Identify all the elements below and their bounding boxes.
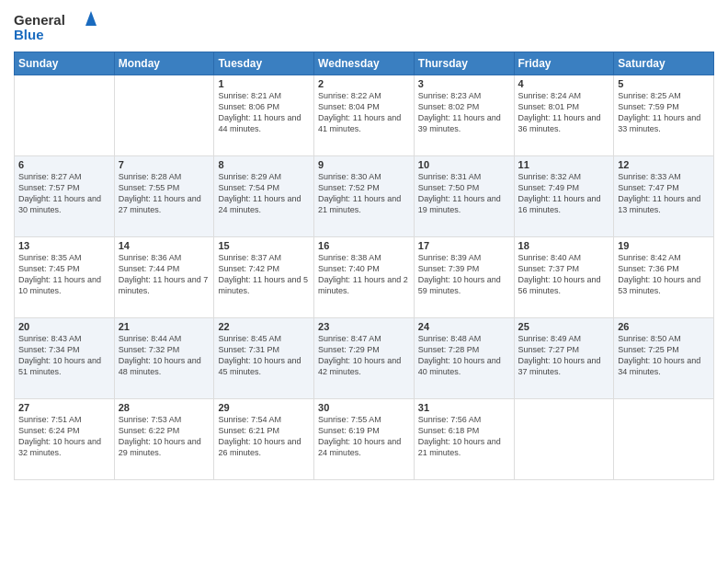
calendar-cell: 3Sunrise: 8:23 AMSunset: 8:02 PMDaylight… bbox=[414, 75, 514, 156]
day-info: Sunrise: 8:49 AMSunset: 7:27 PMDaylight:… bbox=[518, 333, 610, 378]
day-number: 7 bbox=[119, 159, 210, 170]
day-info: Sunrise: 8:43 AMSunset: 7:34 PMDaylight:… bbox=[18, 333, 110, 378]
day-info: Sunrise: 8:48 AMSunset: 7:28 PMDaylight:… bbox=[418, 333, 510, 378]
calendar-cell: 9Sunrise: 8:30 AMSunset: 7:52 PMDaylight… bbox=[314, 156, 415, 237]
day-header-saturday: Saturday bbox=[614, 52, 714, 75]
day-number: 9 bbox=[318, 159, 410, 170]
day-number: 8 bbox=[218, 159, 310, 170]
day-info: Sunrise: 8:45 AMSunset: 7:31 PMDaylight:… bbox=[218, 333, 310, 378]
logo: General Blue bbox=[14, 9, 97, 46]
day-info: Sunrise: 8:35 AMSunset: 7:45 PMDaylight:… bbox=[18, 252, 110, 297]
calendar-cell: 7Sunrise: 8:28 AMSunset: 7:55 PMDaylight… bbox=[114, 156, 214, 237]
calendar-cell: 12Sunrise: 8:33 AMSunset: 7:47 PMDayligh… bbox=[614, 156, 714, 237]
day-header-friday: Friday bbox=[514, 52, 614, 75]
day-info: Sunrise: 8:37 AMSunset: 7:42 PMDaylight:… bbox=[218, 252, 310, 297]
calendar-week-row: 13Sunrise: 8:35 AMSunset: 7:45 PMDayligh… bbox=[15, 237, 714, 318]
calendar-week-row: 20Sunrise: 8:43 AMSunset: 7:34 PMDayligh… bbox=[15, 318, 714, 399]
calendar-cell: 11Sunrise: 8:32 AMSunset: 7:49 PMDayligh… bbox=[514, 156, 614, 237]
calendar-cell: 27Sunrise: 7:51 AMSunset: 6:24 PMDayligh… bbox=[15, 399, 115, 480]
day-number: 11 bbox=[518, 159, 610, 170]
day-info: Sunrise: 8:32 AMSunset: 7:49 PMDaylight:… bbox=[518, 171, 610, 216]
day-number: 16 bbox=[318, 240, 410, 251]
day-number: 12 bbox=[618, 159, 710, 170]
calendar-header-row: SundayMondayTuesdayWednesdayThursdayFrid… bbox=[15, 52, 714, 75]
day-info: Sunrise: 8:21 AMSunset: 8:06 PMDaylight:… bbox=[218, 90, 310, 135]
calendar-table: SundayMondayTuesdayWednesdayThursdayFrid… bbox=[14, 52, 714, 480]
calendar-cell: 20Sunrise: 8:43 AMSunset: 7:34 PMDayligh… bbox=[15, 318, 115, 399]
calendar-cell: 29Sunrise: 7:54 AMSunset: 6:21 PMDayligh… bbox=[214, 399, 314, 480]
day-number: 28 bbox=[119, 402, 210, 413]
day-info: Sunrise: 8:31 AMSunset: 7:50 PMDaylight:… bbox=[418, 171, 510, 216]
calendar-cell: 26Sunrise: 8:50 AMSunset: 7:25 PMDayligh… bbox=[614, 318, 714, 399]
day-info: Sunrise: 7:51 AMSunset: 6:24 PMDaylight:… bbox=[18, 414, 110, 459]
day-number: 30 bbox=[318, 402, 410, 413]
day-info: Sunrise: 7:56 AMSunset: 6:18 PMDaylight:… bbox=[418, 414, 510, 459]
page: General Blue SundayMondayTuesdayWednesda… bbox=[0, 0, 728, 563]
day-info: Sunrise: 8:42 AMSunset: 7:36 PMDaylight:… bbox=[618, 252, 710, 297]
day-info: Sunrise: 8:29 AMSunset: 7:54 PMDaylight:… bbox=[218, 171, 310, 216]
calendar-cell: 21Sunrise: 8:44 AMSunset: 7:32 PMDayligh… bbox=[114, 318, 214, 399]
day-number: 27 bbox=[18, 402, 110, 413]
day-info: Sunrise: 8:36 AMSunset: 7:44 PMDaylight:… bbox=[119, 252, 210, 297]
calendar-cell: 19Sunrise: 8:42 AMSunset: 7:36 PMDayligh… bbox=[614, 237, 714, 318]
day-info: Sunrise: 8:28 AMSunset: 7:55 PMDaylight:… bbox=[119, 171, 210, 216]
day-number: 15 bbox=[218, 240, 310, 251]
calendar-week-row: 6Sunrise: 8:27 AMSunset: 7:57 PMDaylight… bbox=[15, 156, 714, 237]
day-header-monday: Monday bbox=[114, 52, 214, 75]
day-number: 17 bbox=[418, 240, 510, 251]
calendar-cell bbox=[614, 399, 714, 480]
calendar-cell: 8Sunrise: 8:29 AMSunset: 7:54 PMDaylight… bbox=[214, 156, 314, 237]
calendar-cell: 15Sunrise: 8:37 AMSunset: 7:42 PMDayligh… bbox=[214, 237, 314, 318]
day-number: 24 bbox=[418, 321, 510, 332]
day-number: 19 bbox=[618, 240, 710, 251]
day-number: 23 bbox=[318, 321, 410, 332]
calendar-week-row: 1Sunrise: 8:21 AMSunset: 8:06 PMDaylight… bbox=[15, 75, 714, 156]
calendar-week-row: 27Sunrise: 7:51 AMSunset: 6:24 PMDayligh… bbox=[15, 399, 714, 480]
day-number: 26 bbox=[618, 321, 710, 332]
day-number: 25 bbox=[518, 321, 610, 332]
calendar-cell: 14Sunrise: 8:36 AMSunset: 7:44 PMDayligh… bbox=[114, 237, 214, 318]
calendar-cell: 17Sunrise: 8:39 AMSunset: 7:39 PMDayligh… bbox=[414, 237, 514, 318]
day-number: 2 bbox=[318, 78, 410, 89]
day-number: 22 bbox=[218, 321, 310, 332]
svg-text:Blue: Blue bbox=[14, 27, 44, 42]
day-number: 31 bbox=[418, 402, 510, 413]
calendar-cell: 25Sunrise: 8:49 AMSunset: 7:27 PMDayligh… bbox=[514, 318, 614, 399]
day-info: Sunrise: 7:53 AMSunset: 6:22 PMDaylight:… bbox=[119, 414, 210, 459]
calendar-cell: 22Sunrise: 8:45 AMSunset: 7:31 PMDayligh… bbox=[214, 318, 314, 399]
day-header-wednesday: Wednesday bbox=[314, 52, 415, 75]
logo-svg: General Blue bbox=[14, 9, 97, 46]
day-info: Sunrise: 7:55 AMSunset: 6:19 PMDaylight:… bbox=[318, 414, 410, 459]
day-number: 3 bbox=[418, 78, 510, 89]
calendar-cell bbox=[15, 75, 115, 156]
day-info: Sunrise: 8:39 AMSunset: 7:39 PMDaylight:… bbox=[418, 252, 510, 297]
day-number: 5 bbox=[618, 78, 710, 89]
day-number: 18 bbox=[518, 240, 610, 251]
day-number: 21 bbox=[119, 321, 210, 332]
day-number: 4 bbox=[518, 78, 610, 89]
calendar-cell: 24Sunrise: 8:48 AMSunset: 7:28 PMDayligh… bbox=[414, 318, 514, 399]
day-info: Sunrise: 8:25 AMSunset: 7:59 PMDaylight:… bbox=[618, 90, 710, 135]
day-header-sunday: Sunday bbox=[15, 52, 115, 75]
day-info: Sunrise: 8:30 AMSunset: 7:52 PMDaylight:… bbox=[318, 171, 410, 216]
day-number: 13 bbox=[18, 240, 110, 251]
calendar-cell: 6Sunrise: 8:27 AMSunset: 7:57 PMDaylight… bbox=[15, 156, 115, 237]
day-info: Sunrise: 8:33 AMSunset: 7:47 PMDaylight:… bbox=[618, 171, 710, 216]
calendar-cell: 30Sunrise: 7:55 AMSunset: 6:19 PMDayligh… bbox=[314, 399, 415, 480]
calendar-cell: 31Sunrise: 7:56 AMSunset: 6:18 PMDayligh… bbox=[414, 399, 514, 480]
calendar-cell bbox=[114, 75, 214, 156]
svg-text:General: General bbox=[14, 12, 65, 28]
calendar-cell: 18Sunrise: 8:40 AMSunset: 7:37 PMDayligh… bbox=[514, 237, 614, 318]
calendar-cell: 16Sunrise: 8:38 AMSunset: 7:40 PMDayligh… bbox=[314, 237, 415, 318]
day-info: Sunrise: 7:54 AMSunset: 6:21 PMDaylight:… bbox=[218, 414, 310, 459]
calendar-cell: 1Sunrise: 8:21 AMSunset: 8:06 PMDaylight… bbox=[214, 75, 314, 156]
day-info: Sunrise: 8:40 AMSunset: 7:37 PMDaylight:… bbox=[518, 252, 610, 297]
calendar-cell: 4Sunrise: 8:24 AMSunset: 8:01 PMDaylight… bbox=[514, 75, 614, 156]
day-info: Sunrise: 8:22 AMSunset: 8:04 PMDaylight:… bbox=[318, 90, 410, 135]
day-number: 1 bbox=[218, 78, 310, 89]
day-header-thursday: Thursday bbox=[414, 52, 514, 75]
day-info: Sunrise: 8:50 AMSunset: 7:25 PMDaylight:… bbox=[618, 333, 710, 378]
day-info: Sunrise: 8:44 AMSunset: 7:32 PMDaylight:… bbox=[119, 333, 210, 378]
svg-marker-2 bbox=[85, 11, 97, 26]
header: General Blue bbox=[14, 9, 714, 46]
